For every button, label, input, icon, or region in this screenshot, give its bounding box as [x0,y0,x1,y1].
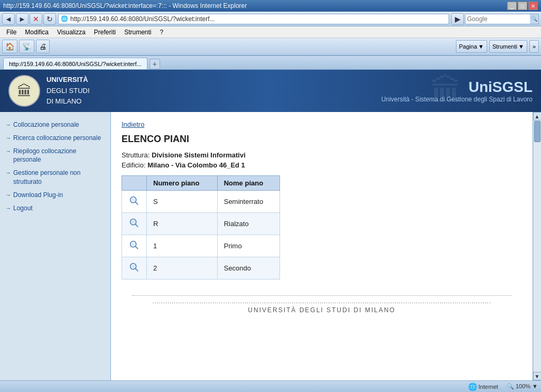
browser-tab[interactable]: http://159.149.60.46:8080/UniSGSL/?wicke… [3,58,147,69]
sidebar: → Collocazione personale → Ricerca collo… [0,112,111,380]
page-chevron: ▼ [478,43,484,50]
menu-file[interactable]: File [2,27,21,37]
search-go-button[interactable]: 🔍 [530,14,538,24]
feeds-button[interactable]: 📡 [19,40,34,53]
sidebar-item-riepilogo-collocazione[interactable]: → Riepilogo collocazione personale [3,145,107,167]
edificio-value: Milano - Via Colombo 46_Ed 1 [147,161,245,169]
search-input[interactable] [465,15,530,23]
svg-line-1 [135,202,138,204]
right-toolbar: Pagina ▼ Strumenti ▼ » [456,40,539,53]
logo-icon: 🏛 [17,82,32,100]
edificio-label: Edificio: [122,161,146,169]
arrow-icon-3: → [5,147,11,155]
svg-line-4 [135,224,138,227]
sidebar-item-collocazione-personale[interactable]: → Collocazione personale [3,118,107,132]
back-link[interactable]: Indietro [122,120,144,128]
strumenti-button[interactable]: Strumenti ▼ [489,40,527,53]
menu-help[interactable]: ? [156,27,168,37]
scroll-down-button[interactable]: ▼ [533,372,542,380]
address-bar[interactable]: 🌐 http://159.149.60.46:8080/UniSGSL/?wic… [58,14,449,24]
menu-modifica[interactable]: Modifica [21,27,53,37]
site-header: 🏛 🏛 UNIVERSITÀ DEGLI STUDI DI MILANO Uni… [0,70,541,112]
stop-button[interactable]: ✕ [30,13,42,25]
struttura-label: Struttura: [122,151,150,159]
strumenti-chevron: ▼ [518,43,524,50]
scroll-thumb[interactable] [534,121,540,142]
numero-piano-cell: R [147,213,218,235]
close-button[interactable]: ✕ [528,2,538,10]
svg-point-8 [132,242,135,246]
svg-point-2 [132,198,135,201]
back-button[interactable]: ◄ [2,13,15,25]
tab-bar: http://159.149.60.46:8080/UniSGSL/?wicke… [0,56,541,70]
menu-bar: File Modifica Visualizza Preferiti Strum… [0,26,541,38]
col-numero-header: Numero piano [147,176,218,191]
view-floor-button[interactable] [128,217,140,230]
toolbar-bar: 🏠 📡 🖨 Pagina ▼ Strumenti ▼ » [0,38,541,56]
new-tab-button[interactable]: + [150,59,160,69]
sidebar-label-4: Gestione personale non strutturato [13,169,105,186]
main-area: 🏛 🏛 UNIVERSITÀ DEGLI STUDI DI MILANO Uni… [0,70,541,380]
print-button[interactable]: 🖨 [36,40,50,53]
go-button[interactable]: ▶ [451,13,464,25]
scroll-up-button[interactable]: ▲ [533,112,542,120]
numero-piano-cell: S [147,191,218,213]
feeds-icon: 📡 [22,42,31,51]
sidebar-label-1: Collocazione personale [13,120,79,129]
menu-visualizza[interactable]: Visualizza [53,27,90,37]
more-button[interactable]: » [529,40,539,53]
view-floor-button[interactable] [128,262,140,275]
piano-table: Numero piano Nome piano SSeminterrato RR… [122,175,280,279]
footer-university: UNIVERSITÀ DEGLI STUDI DI MILANO [122,304,522,314]
address-text: http://159.149.60.46:8080/UniSGSL/?wicke… [70,15,215,23]
arrow-icon-5: → [5,191,11,199]
home-button[interactable]: 🏠 [2,40,17,53]
action-cell[interactable] [122,191,147,213]
action-cell[interactable] [122,257,147,279]
zoom-icon: 🔍 [507,383,514,389]
sidebar-item-ricerca-collocazione[interactable]: → Ricerca collocazione personale [3,132,107,145]
view-floor-button[interactable] [128,239,140,253]
strumenti-label: Strumenti [492,43,517,50]
page-button[interactable]: Pagina ▼ [456,40,487,53]
forward-button[interactable]: ► [16,13,29,25]
content-row: → Collocazione personale → Ricerca collo… [0,112,541,380]
university-name: UNIVERSITÀ DEGLI STUDI DI MILANO [46,74,90,107]
home-icon: 🏠 [5,42,14,51]
sidebar-label-5: Download Plug-in [13,191,63,200]
sidebar-item-gestione-personale[interactable]: → Gestione personale non strutturato [3,166,107,189]
magnify-icon [128,195,140,207]
struttura-line: Struttura: Divisione Sistemi Informativi [122,151,522,159]
nome-piano-cell: Seminterrato [217,191,279,213]
sidebar-label-3: Riepilogo collocazione personale [13,147,105,165]
view-floor-button[interactable] [128,195,140,208]
university-line2: DEGLI STUDI [46,86,90,97]
numero-piano-cell: 1 [147,235,218,257]
menu-preferiti[interactable]: Preferiti [90,27,120,37]
tab-label: http://159.149.60.46:8080/UniSGSL/?wicke… [9,61,142,67]
print-icon: 🖨 [39,42,46,51]
refresh-button[interactable]: ↻ [43,13,56,25]
maximize-button[interactable]: □ [518,2,527,10]
university-line1: UNIVERSITÀ [46,74,90,86]
window-title: http://159.149.60.46:8080/UniSGSL/?wicke… [3,2,247,10]
header-watermark: 🏛 [430,72,462,109]
zoom-label: 100% [516,383,530,389]
status-internet: 🌐 Internet [468,382,498,391]
minimize-button[interactable]: _ [507,2,517,10]
nome-piano-cell: Rialzato [217,213,279,235]
action-cell[interactable] [122,235,147,257]
action-cell[interactable] [122,213,147,235]
title-bar: http://159.149.60.46:8080/UniSGSL/?wicke… [0,0,541,12]
nome-piano-cell: Primo [217,235,279,257]
internet-label: Internet [479,384,498,390]
page-title: ELENCO PIANI [122,134,522,145]
window-controls[interactable]: _ □ ✕ [507,2,538,10]
svg-line-7 [135,246,138,249]
scroll-track[interactable] [534,120,541,372]
menu-strumenti[interactable]: Strumenti [120,27,155,37]
scrollbar: ▲ ▼ [533,112,541,380]
edificio-line: Edificio: Milano - Via Colombo 46_Ed 1 [122,161,522,169]
sidebar-item-logout[interactable]: → Logout [3,202,107,215]
sidebar-item-download-plugin[interactable]: → Download Plug-in [3,189,107,202]
